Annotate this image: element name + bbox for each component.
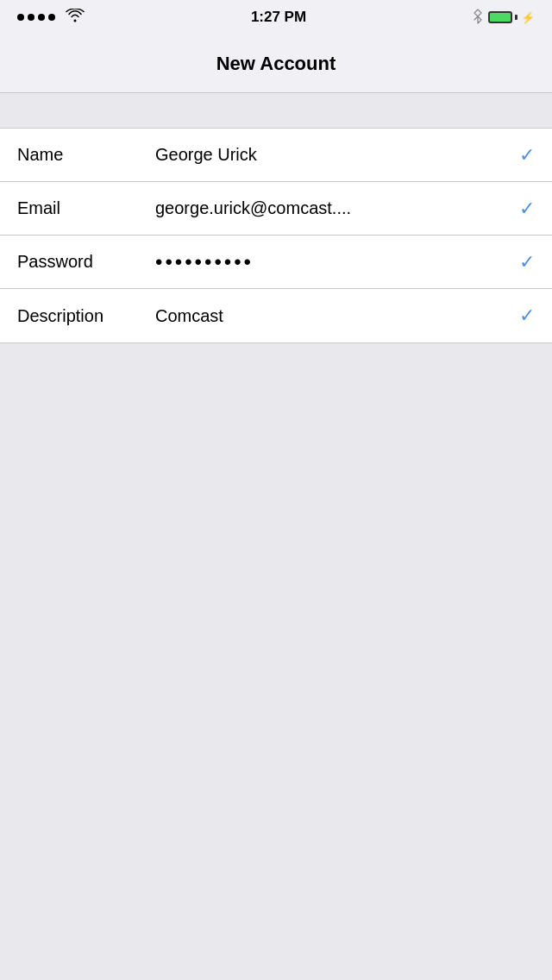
email-row[interactable]: Email george.urick@comcast.... ✓ xyxy=(0,182,552,236)
section-gap xyxy=(0,93,552,128)
name-value: George Urick xyxy=(155,145,512,165)
email-label: Email xyxy=(17,198,155,218)
status-right: ⚡ xyxy=(473,9,535,27)
nav-bar: New Account xyxy=(0,35,552,93)
bottom-area xyxy=(0,343,552,980)
name-checkmark: ✓ xyxy=(519,144,535,166)
form-table: Name George Urick ✓ Email george.urick@c… xyxy=(0,128,552,343)
signal-dot-4 xyxy=(48,14,55,21)
status-left xyxy=(17,9,85,27)
email-value: george.urick@comcast.... xyxy=(155,198,512,218)
status-time: 1:27 PM xyxy=(85,9,473,26)
password-label: Password xyxy=(17,252,155,272)
description-value: Comcast xyxy=(155,306,512,326)
battery-body xyxy=(488,11,512,23)
password-value: •••••••••• xyxy=(155,250,512,274)
password-checkmark: ✓ xyxy=(519,251,535,273)
signal-dot-1 xyxy=(17,14,24,21)
battery-bolt-icon: ⚡ xyxy=(521,11,535,24)
nav-title: New Account xyxy=(216,53,336,75)
bluetooth-icon xyxy=(473,9,483,27)
name-row[interactable]: Name George Urick ✓ xyxy=(0,129,552,182)
battery-container: ⚡ xyxy=(488,11,535,24)
description-checkmark: ✓ xyxy=(519,305,535,327)
name-label: Name xyxy=(17,145,155,165)
email-checkmark: ✓ xyxy=(519,198,535,220)
battery-tip xyxy=(515,15,518,20)
signal-dot-2 xyxy=(28,14,34,21)
status-bar: 1:27 PM ⚡ xyxy=(0,0,552,35)
signal-dots xyxy=(17,14,55,21)
description-label: Description xyxy=(17,306,155,326)
password-row[interactable]: Password •••••••••• ✓ xyxy=(0,236,552,289)
description-row[interactable]: Description Comcast ✓ xyxy=(0,289,552,342)
signal-dot-3 xyxy=(38,14,45,21)
wifi-icon xyxy=(66,9,85,27)
